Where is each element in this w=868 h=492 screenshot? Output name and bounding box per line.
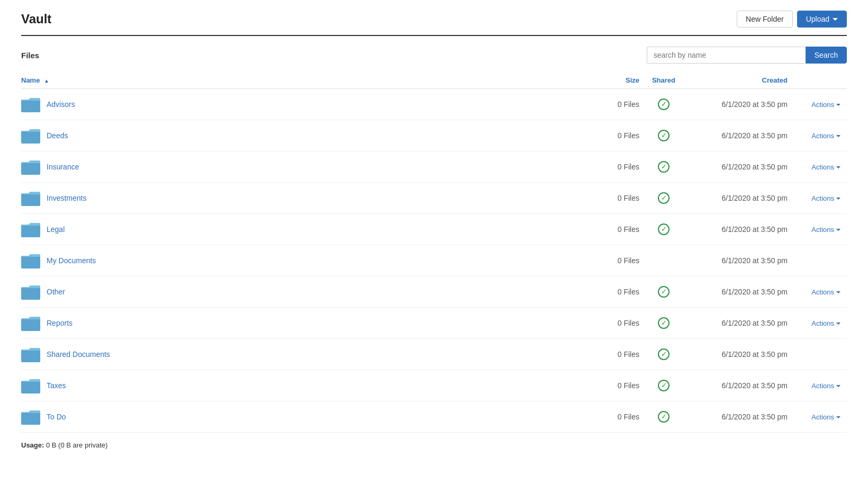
actions-caret-icon	[836, 166, 840, 168]
folder-icon	[21, 221, 40, 237]
shared-status: ✓	[646, 151, 688, 183]
search-button[interactable]: Search	[806, 47, 847, 64]
shared-status: ✓	[646, 89, 688, 120]
actions-cell: Actions	[794, 89, 847, 120]
folder-name[interactable]: To Do	[47, 413, 66, 421]
actions-button[interactable]: Actions	[811, 413, 840, 421]
svg-rect-9	[21, 381, 40, 393]
folder-name[interactable]: Other	[47, 288, 65, 296]
table-row: Deeds 0 Files✓6/1/2020 at 3:50 pmActions	[21, 120, 847, 151]
page-title: Vault	[21, 12, 51, 26]
col-header-shared[interactable]: Shared	[646, 72, 688, 89]
shared-status: ✓	[646, 339, 688, 370]
shared-check-icon: ✓	[658, 130, 670, 141]
folder-name[interactable]: Insurance	[47, 163, 79, 171]
shared-check-icon: ✓	[658, 317, 670, 329]
file-size: 0 Files	[593, 120, 646, 151]
name-cell: Deeds	[21, 128, 586, 144]
created-date: 6/1/2020 at 3:50 pm	[688, 120, 794, 151]
shared-check-icon: ✓	[658, 380, 670, 391]
folder-name[interactable]: Shared Documents	[47, 350, 110, 359]
folder-icon	[21, 159, 40, 175]
actions-cell: Actions	[794, 401, 847, 433]
files-label: Files	[21, 51, 39, 60]
file-size: 0 Files	[593, 401, 646, 433]
actions-button[interactable]: Actions	[811, 288, 840, 296]
name-cell: Advisors	[21, 96, 586, 112]
folder-name[interactable]: Advisors	[47, 100, 75, 109]
col-header-size[interactable]: Size	[593, 72, 646, 89]
svg-rect-8	[21, 350, 40, 362]
svg-rect-10	[21, 412, 40, 425]
file-size: 0 Files	[593, 276, 646, 308]
shared-status: ✓	[646, 308, 688, 339]
actions-cell: Actions	[794, 120, 847, 151]
svg-rect-7	[21, 318, 40, 331]
usage-bar: Usage: 0 B (0 B are private)	[21, 441, 847, 449]
svg-rect-5	[21, 256, 40, 269]
folder-name[interactable]: My Documents	[47, 256, 96, 265]
search-input[interactable]	[647, 47, 806, 64]
sort-arrow-icon: ▲	[44, 78, 49, 84]
actions-button[interactable]: Actions	[811, 194, 840, 202]
actions-button[interactable]: Actions	[811, 101, 840, 109]
actions-cell: Actions	[794, 308, 847, 339]
created-date: 6/1/2020 at 3:50 pm	[688, 339, 794, 370]
created-date: 6/1/2020 at 3:50 pm	[688, 183, 794, 214]
name-cell: Other	[21, 284, 586, 300]
actions-button[interactable]: Actions	[811, 226, 840, 234]
actions-button[interactable]: Actions	[811, 132, 840, 140]
new-folder-button[interactable]: New Folder	[737, 11, 793, 28]
actions-caret-icon	[836, 135, 840, 137]
shared-status: ✓	[646, 370, 688, 401]
shared-status: ✓	[646, 183, 688, 214]
created-date: 6/1/2020 at 3:50 pm	[688, 401, 794, 433]
header-actions: New Folder Upload	[737, 11, 847, 28]
svg-rect-1	[21, 131, 40, 144]
name-cell: Taxes	[21, 378, 586, 393]
col-header-actions	[794, 72, 847, 89]
col-header-name[interactable]: Name ▲	[21, 72, 593, 89]
name-cell: Reports	[21, 315, 586, 331]
folder-name[interactable]: Deeds	[47, 131, 68, 140]
folder-name[interactable]: Legal	[47, 225, 65, 234]
name-cell: To Do	[21, 409, 586, 425]
table-row: Insurance 0 Files✓6/1/2020 at 3:50 pmAct…	[21, 151, 847, 183]
actions-caret-icon	[836, 416, 840, 418]
shared-status: ✓	[646, 401, 688, 433]
name-cell: Legal	[21, 221, 586, 237]
folder-icon	[21, 284, 40, 300]
col-header-created[interactable]: Created	[688, 72, 794, 89]
name-cell: Shared Documents	[21, 346, 586, 362]
upload-button[interactable]: Upload	[797, 11, 847, 28]
shared-check-icon: ✓	[658, 348, 670, 360]
folder-name[interactable]: Reports	[47, 319, 73, 327]
actions-cell: Actions	[794, 214, 847, 245]
folder-icon	[21, 96, 40, 112]
name-cell: My Documents	[21, 253, 586, 269]
files-header: Files Search	[21, 47, 847, 64]
actions-caret-icon	[836, 385, 840, 387]
shared-check-icon: ✓	[658, 161, 670, 173]
folder-name[interactable]: Investments	[47, 194, 86, 202]
svg-rect-6	[21, 287, 40, 300]
table-row: Taxes 0 Files✓6/1/2020 at 3:50 pmActions	[21, 370, 847, 401]
actions-button[interactable]: Actions	[811, 319, 840, 327]
shared-status	[646, 245, 688, 276]
folder-name[interactable]: Taxes	[47, 381, 66, 390]
actions-caret-icon	[836, 291, 840, 293]
shared-check-icon: ✓	[658, 99, 670, 110]
table-row: Investments 0 Files✓6/1/2020 at 3:50 pmA…	[21, 183, 847, 214]
actions-cell: Actions	[794, 183, 847, 214]
actions-button[interactable]: Actions	[811, 163, 840, 171]
created-date: 6/1/2020 at 3:50 pm	[688, 308, 794, 339]
file-size: 0 Files	[593, 151, 646, 183]
actions-button[interactable]: Actions	[811, 382, 840, 390]
svg-rect-3	[21, 193, 40, 206]
search-bar: Search	[647, 47, 847, 64]
folder-icon	[21, 315, 40, 331]
actions-cell: Actions	[794, 276, 847, 308]
folder-icon	[21, 409, 40, 425]
actions-cell	[794, 245, 847, 276]
created-date: 6/1/2020 at 3:50 pm	[688, 151, 794, 183]
